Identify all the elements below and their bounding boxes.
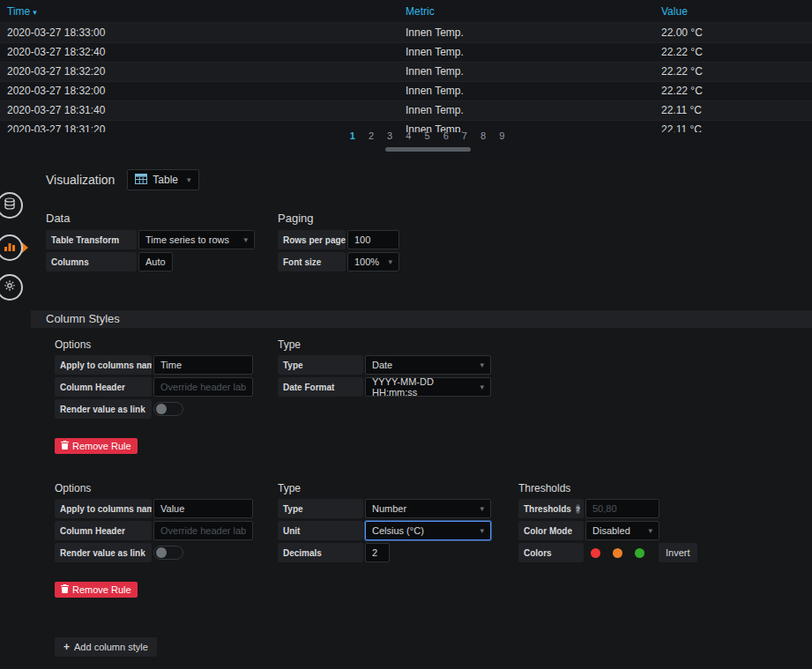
page-button-6[interactable]: 6 — [443, 130, 449, 143]
help-icon[interactable]: ? — [576, 504, 580, 514]
table-row: 2020-03-27 18:33:00 Innen Temp. 22.00 °C — [0, 23, 812, 42]
cell-time: 2020-03-27 18:31:40 — [0, 100, 399, 120]
table-row: 2020-03-27 18:32:00 Innen Temp. 22.22 °C — [0, 81, 812, 100]
cell-time: 2020-03-27 18:32:40 — [0, 42, 399, 62]
tab-queries[interactable] — [0, 192, 23, 219]
thresholds-title: Thresholds — [518, 482, 697, 494]
horizontal-scrollbar[interactable] — [385, 147, 471, 152]
thresholds-label: Thresholds ? — [518, 499, 584, 518]
color-swatch-green[interactable] — [635, 548, 644, 558]
page-button-8[interactable]: 8 — [480, 130, 486, 143]
cell-value: 22.22 °C — [654, 81, 812, 100]
cell-metric: Innen Temp. — [399, 100, 654, 120]
toggle-knob — [156, 547, 167, 558]
column-header-time[interactable]: Time▾ — [0, 0, 399, 23]
thresholds-input[interactable] — [585, 499, 659, 518]
gear-icon — [4, 279, 16, 295]
columns-label: Columns — [46, 252, 137, 271]
decimals-input[interactable] — [365, 543, 390, 562]
table-row: 2020-03-27 18:32:20 Innen Temp. 22.22 °C — [0, 62, 812, 81]
columns-value: Auto — [145, 256, 166, 267]
render-link-toggle[interactable] — [153, 543, 187, 562]
page-button-3[interactable]: 3 — [387, 130, 392, 143]
visualization-type-value: Table — [153, 174, 178, 186]
cell-metric: Innen Temp. — [399, 81, 654, 100]
chevron-down-icon: ▾ — [480, 504, 484, 513]
rows-per-page-label: Rows per page — [278, 230, 346, 249]
trash-icon — [61, 584, 69, 595]
render-link-label: Render value as link — [55, 543, 152, 562]
type-value: Date — [372, 360, 392, 370]
cell-time: 2020-03-27 18:32:00 — [0, 81, 399, 100]
page-button-2[interactable]: 2 — [369, 130, 374, 143]
paging-section: Paging Rows per page Font size 100% ▾ — [278, 212, 399, 274]
data-section: Data Table Transform Time series to rows… — [46, 212, 255, 274]
font-size-select[interactable]: 100% ▾ — [347, 252, 399, 271]
color-mode-label: Color Mode — [518, 521, 584, 540]
page-button-5[interactable]: 5 — [424, 130, 429, 143]
add-column-style-button[interactable]: + Add column style — [55, 637, 157, 657]
tab-general-settings[interactable] — [0, 274, 23, 301]
column-header-input[interactable] — [153, 377, 253, 397]
data-section-title: Data — [46, 212, 255, 225]
page-button-9[interactable]: 9 — [499, 130, 504, 143]
font-size-label: Font size — [278, 252, 346, 271]
type-value: Number — [372, 503, 406, 514]
apply-to-columns-input[interactable] — [153, 499, 253, 518]
options-title: Options — [55, 338, 253, 351]
rows-per-page-input[interactable] — [347, 230, 399, 249]
column-header-metric[interactable]: Metric — [399, 0, 654, 23]
type-select[interactable]: Date ▾ — [365, 355, 491, 375]
column-header-label: Column Header — [55, 377, 152, 397]
date-format-label: Date Format — [278, 377, 363, 397]
page-button-1[interactable]: 1 — [350, 130, 355, 143]
cell-time: 2020-03-27 18:32:20 — [0, 62, 399, 81]
page-button-4[interactable]: 4 — [406, 130, 411, 143]
remove-rule-label: Remove Rule — [72, 584, 131, 595]
cell-metric: Innen Temp. — [399, 62, 654, 81]
table-row: 2020-03-27 18:32:40 Innen Temp. 22.22 °C — [0, 42, 812, 62]
chevron-down-icon: ▾ — [480, 526, 484, 535]
chevron-down-icon: ▾ — [388, 257, 392, 266]
render-link-toggle[interactable] — [153, 399, 187, 419]
chevron-down-icon: ▾ — [480, 383, 484, 391]
date-format-select[interactable]: YYYY-MM-DD HH:mm:ss ▾ — [365, 377, 491, 397]
data-table: Time▾ Metric Value 2020-03-27 18:33:00 I… — [0, 0, 812, 132]
column-header-input[interactable] — [153, 521, 253, 540]
visualization-type-select[interactable]: Table ▾ — [127, 169, 198, 190]
table-header-row: Time▾ Metric Value — [0, 0, 812, 23]
sort-caret-icon: ▾ — [33, 8, 37, 17]
colors-label: Colors — [518, 543, 584, 562]
cell-value: 22.22 °C — [654, 62, 812, 81]
chevron-down-icon: ▾ — [480, 361, 484, 369]
color-mode-select[interactable]: Disabled ▾ — [585, 521, 659, 540]
chevron-down-icon: ▾ — [648, 526, 652, 535]
date-format-value: YYYY-MM-DD HH:mm:ss — [372, 376, 474, 398]
color-swatch-red[interactable] — [591, 548, 600, 558]
options-title: Options — [55, 482, 253, 494]
tab-visualization[interactable] — [0, 234, 23, 261]
type-title: Type — [278, 482, 491, 494]
remove-rule-button[interactable]: Remove Rule — [55, 438, 138, 454]
type-label: Type — [278, 355, 363, 375]
cell-metric: Innen Temp. — [399, 23, 654, 42]
apply-to-columns-input[interactable] — [153, 355, 253, 375]
table-transform-label: Table Transform — [46, 230, 137, 249]
decimals-label: Decimals — [278, 543, 363, 562]
column-styles-section-header: Column Styles — [31, 310, 812, 328]
unit-select[interactable]: Celsius (°C) ▾ — [365, 521, 491, 540]
column-header-value[interactable]: Value — [654, 0, 812, 23]
cell-value: 22.00 °C — [654, 23, 812, 42]
page-button-7[interactable]: 7 — [462, 130, 467, 143]
columns-select[interactable]: Auto — [138, 252, 173, 271]
paging-section-title: Paging — [278, 212, 399, 225]
table-transform-select[interactable]: Time series to rows ▾ — [138, 230, 255, 249]
type-select[interactable]: Number ▾ — [365, 499, 491, 518]
invert-button[interactable]: Invert — [659, 543, 697, 562]
color-swatch-orange[interactable] — [613, 548, 622, 558]
cell-value: 22.11 °C — [654, 100, 812, 120]
threshold-colors: Invert — [591, 543, 697, 562]
column-header-time-label: Time — [7, 5, 30, 18]
remove-rule-button[interactable]: Remove Rule — [55, 582, 138, 598]
font-size-value: 100% — [354, 256, 379, 267]
